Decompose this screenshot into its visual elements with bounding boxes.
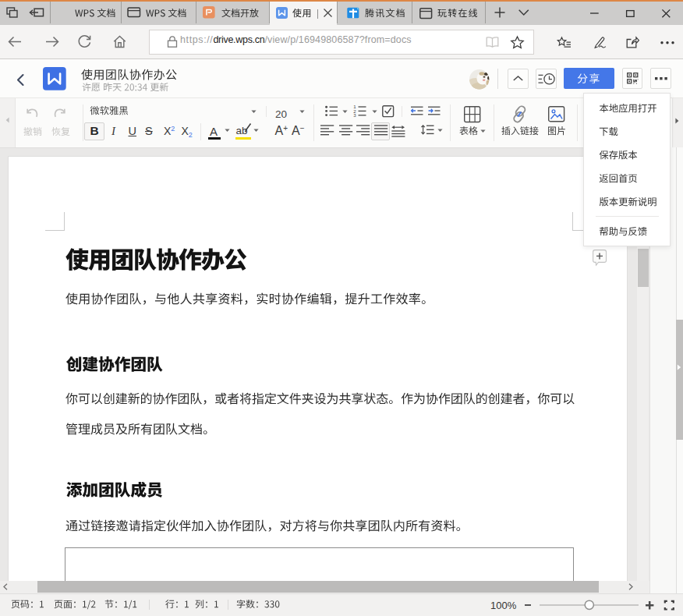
svg-text:3: 3: [353, 112, 356, 118]
